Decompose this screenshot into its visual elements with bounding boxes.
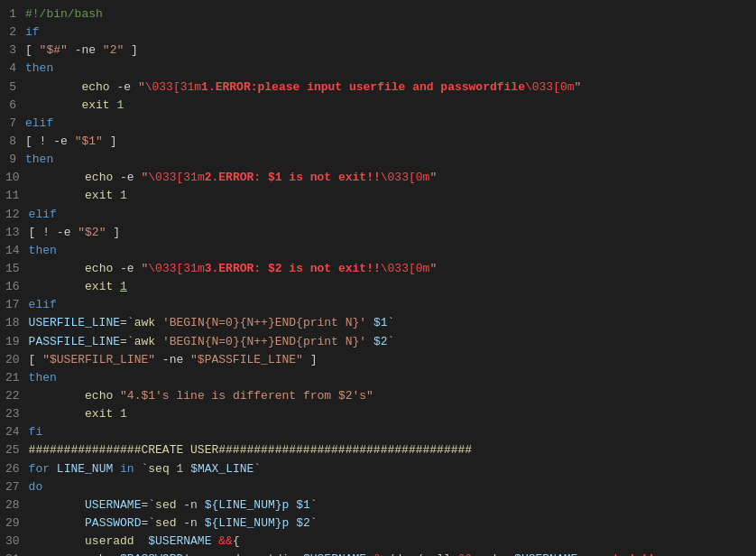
line-number: 21 <box>0 369 29 387</box>
line-content: then <box>29 369 756 387</box>
line-number: 19 <box>0 333 29 351</box>
line-content: echo -e "\033[31m3.ERROR: $2 is not exit… <box>29 260 756 278</box>
line-content: elif <box>29 296 756 314</box>
line-content: echo -e "\033[31m2.ERROR: $1 is not exit… <box>29 169 756 187</box>
line-content: then <box>29 242 756 260</box>
code-line: 24fi <box>0 423 756 441</box>
code-line: 6 exit 1 <box>0 97 756 115</box>
line-number: 7 <box>0 115 25 133</box>
line-number: 9 <box>0 151 25 169</box>
line-content: echo $PASSWORD| passwd --stdin $USERNAME… <box>29 551 756 556</box>
code-line: 23 exit 1 <box>0 405 756 423</box>
code-line: 10 echo -e "\033[31m2.ERROR: $1 is not e… <box>0 169 756 187</box>
code-line: 21then <box>0 369 756 387</box>
line-number: 2 <box>0 23 25 42</box>
code-line: 9then <box>0 151 756 169</box>
line-content: [ ! -e "$1" ] <box>25 133 756 151</box>
line-content: USERNAME=`sed -n ${LINE_NUM}p $1` <box>29 496 756 514</box>
line-content: [ "$#" -ne "2" ] <box>25 42 756 60</box>
code-line: 7elif <box>0 115 756 133</box>
line-number: 28 <box>0 496 29 514</box>
line-content: echo "4.$1's line is different from $2's… <box>29 387 756 405</box>
line-content: exit 1 <box>29 405 756 423</box>
line-content: useradd $USERNAME &&{ <box>29 533 756 551</box>
code-line: 25################CREATE USER###########… <box>0 441 756 459</box>
code-line: 19PASSFILE_LINE=`awk 'BEGIN{N=0}{N++}END… <box>0 333 756 351</box>
code-line: 14then <box>0 242 756 260</box>
line-number: 27 <box>0 478 29 496</box>
line-number: 23 <box>0 405 29 423</box>
line-number: 20 <box>0 351 29 369</box>
line-number: 16 <box>0 278 29 296</box>
code-line: 2if <box>0 23 756 42</box>
line-number: 29 <box>0 514 29 533</box>
line-number: 10 <box>0 169 29 187</box>
line-number: 4 <box>0 60 25 78</box>
line-number: 31 <box>0 551 29 556</box>
code-line: 3[ "$#" -ne "2" ] <box>0 42 756 60</box>
line-content: do <box>29 478 756 496</box>
line-number: 1 <box>0 5 25 23</box>
line-number: 14 <box>0 242 29 260</box>
line-number: 22 <box>0 387 29 405</box>
line-number: 18 <box>0 314 29 332</box>
line-number: 25 <box>0 441 29 459</box>
code-line: 28 USERNAME=`sed -n ${LINE_NUM}p $1` <box>0 496 756 514</box>
code-line: 27do <box>0 478 756 496</box>
code-line: 18USERFILE_LINE=`awk 'BEGIN{N=0}{N++}END… <box>0 314 756 332</box>
line-number: 30 <box>0 533 29 551</box>
code-lines: 1#!/bin/bash2if3[ "$#" -ne "2" ]4then5 e… <box>0 5 756 556</box>
line-content: then <box>25 151 756 169</box>
line-number: 12 <box>0 206 29 224</box>
line-number: 13 <box>0 224 29 242</box>
code-line: 4then <box>0 60 756 78</box>
code-line: 5 echo -e "\033[31m1.ERROR:please input … <box>0 79 756 97</box>
line-content: [ ! -e "$2" ] <box>29 224 756 242</box>
code-line: 1#!/bin/bash <box>0 5 756 23</box>
code-line: 31 echo $PASSWORD| passwd --stdin $USERN… <box>0 551 756 556</box>
line-content: [ "$USERFILR_LINE" -ne "$PASSFILE_LINE" … <box>29 351 756 369</box>
line-content: exit 1 <box>25 97 756 115</box>
code-line: 22 echo "4.$1's line is different from $… <box>0 387 756 405</box>
code-editor: 1#!/bin/bash2if3[ "$#" -ne "2" ]4then5 e… <box>0 0 756 556</box>
line-number: 24 <box>0 423 29 441</box>
line-number: 8 <box>0 133 25 151</box>
line-content: PASSFILE_LINE=`awk 'BEGIN{N=0}{N++}END{p… <box>29 333 756 351</box>
code-line: 12elif <box>0 206 756 224</box>
line-content: then <box>25 60 756 78</box>
line-content: if <box>25 23 756 42</box>
line-content: PASSWORD=`sed -n ${LINE_NUM}p $2` <box>29 514 756 533</box>
code-line: 16 exit 1 <box>0 278 756 296</box>
line-content: #!/bin/bash <box>25 5 756 23</box>
line-content: exit 1 <box>29 187 756 205</box>
line-number: 11 <box>0 187 29 205</box>
line-number: 6 <box>0 97 25 115</box>
code-line: 8[ ! -e "$1" ] <box>0 133 756 151</box>
line-number: 17 <box>0 296 29 314</box>
line-number: 26 <box>0 460 29 478</box>
code-line: 11 exit 1 <box>0 187 756 205</box>
code-line: 30 useradd $USERNAME &&{ <box>0 533 756 551</box>
line-content: ################CREATE USER#############… <box>29 441 756 459</box>
line-number: 15 <box>0 260 29 278</box>
line-content: exit 1 <box>29 278 756 296</box>
code-line: 26for LINE_NUM in `seq 1 $MAX_LINE` <box>0 460 756 478</box>
code-line: 20[ "$USERFILR_LINE" -ne "$PASSFILE_LINE… <box>0 351 756 369</box>
code-line: 17elif <box>0 296 756 314</box>
code-line: 13[ ! -e "$2" ] <box>0 224 756 242</box>
line-content: elif <box>29 206 756 224</box>
code-line: 15 echo -e "\033[31m3.ERROR: $2 is not e… <box>0 260 756 278</box>
line-number: 3 <box>0 42 25 60</box>
line-content: USERFILE_LINE=`awk 'BEGIN{N=0}{N++}END{p… <box>29 314 756 332</box>
line-content: fi <box>29 423 756 441</box>
code-line: 29 PASSWORD=`sed -n ${LINE_NUM}p $2` <box>0 514 756 533</box>
line-content: echo -e "\033[31m1.ERROR:please input us… <box>25 79 756 97</box>
line-number: 5 <box>0 79 25 97</box>
line-content: elif <box>25 115 756 133</box>
line-content: for LINE_NUM in `seq 1 $MAX_LINE` <box>29 460 756 478</box>
